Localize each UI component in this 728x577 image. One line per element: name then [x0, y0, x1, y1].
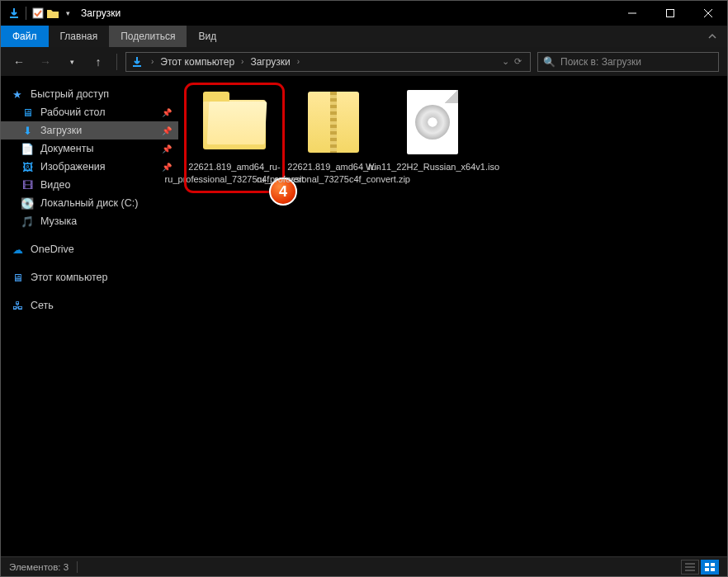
sidebar-item-music[interactable]: 🎵Музыка	[1, 212, 178, 230]
monitor-icon: 🖥	[11, 271, 24, 284]
video-icon: 🎞	[21, 178, 34, 192]
svg-rect-1	[667, 10, 674, 17]
icons-view-button[interactable]	[701, 560, 719, 575]
sidebar-item-label: Изображения	[40, 161, 106, 173]
file-name: Win11_22H2_Russian_x64v1.iso	[366, 161, 499, 173]
window-title: Загрузки	[81, 7, 121, 19]
dropdown-icon[interactable]: ⌄	[502, 56, 509, 67]
svg-rect-0	[33, 8, 43, 18]
sidebar-item-desktop[interactable]: 🖥Рабочий стол📌	[1, 103, 178, 121]
svg-rect-4	[705, 568, 709, 571]
breadcrumb-segment[interactable]: Этот компьютер	[157, 56, 238, 68]
tab-view[interactable]: Вид	[187, 26, 228, 47]
status-item-count: Элементов: 3	[9, 562, 69, 572]
sidebar-label: OneDrive	[31, 244, 74, 255]
cloud-icon: ☁	[11, 243, 24, 256]
checkbox-icon[interactable]	[31, 7, 45, 20]
pin-icon: 📌	[162, 108, 172, 117]
sidebar-onedrive[interactable]: ☁ OneDrive	[1, 240, 178, 258]
svg-rect-2	[705, 563, 709, 566]
sidebar-label: Этот компьютер	[31, 272, 107, 283]
up-button[interactable]: ↑	[88, 52, 108, 72]
disk-icon: 💽	[21, 196, 34, 210]
tab-home[interactable]: Главная	[49, 26, 110, 47]
file-item[interactable]: Win11_22H2_Russian_x64v1.iso	[386, 87, 479, 177]
chevron-right-icon[interactable]: ›	[238, 57, 247, 66]
sidebar-item-label: Загрузки	[40, 125, 82, 136]
separator	[116, 54, 117, 70]
titlebar[interactable]: ▾ Загрузки	[1, 1, 727, 26]
details-view-button[interactable]	[681, 560, 699, 575]
breadcrumb[interactable]: › Этот компьютер › Загрузки › ⌄ ⟳	[125, 52, 531, 72]
tab-file[interactable]: Файл	[1, 26, 49, 47]
content-area: ★ Быстрый доступ 🖥Рабочий стол📌⬇Загрузки…	[1, 77, 727, 556]
sidebar-item-label: Локальный диск (C:)	[40, 197, 138, 209]
quick-access-toolbar: ▾	[7, 7, 74, 20]
music-icon: 🎵	[21, 215, 34, 228]
qat-dropdown-icon[interactable]: ▾	[61, 7, 74, 20]
folder-icon[interactable]	[46, 7, 59, 20]
sidebar: ★ Быстрый доступ 🖥Рабочий стол📌⬇Загрузки…	[1, 77, 178, 556]
sidebar-item-label: Музыка	[40, 215, 77, 227]
pin-icon: 📌	[162, 144, 172, 154]
sidebar-network[interactable]: 🖧 Сеть	[1, 296, 178, 315]
maximize-button[interactable]	[651, 1, 689, 26]
file-item[interactable]: 22621.819_amd64_ru-ru_professional_73275…	[287, 87, 380, 189]
separator	[26, 7, 26, 20]
chevron-right-icon[interactable]: ›	[294, 57, 303, 66]
svg-rect-5	[711, 568, 715, 571]
zip-icon	[308, 92, 359, 153]
folder-icon	[203, 100, 266, 149]
sidebar-label: Сеть	[31, 300, 54, 311]
nav-bar: ← → ▾ ↑ › Этот компьютер › Загрузки › ⌄ …	[1, 47, 727, 77]
search-placeholder: Поиск в: Загрузки	[560, 56, 641, 68]
sidebar-item-label: Видео	[40, 179, 71, 191]
sidebar-item-label: Документы	[40, 143, 93, 154]
file-list[interactable]: 22621.819_amd64_ru-ru_professional_73275…	[178, 77, 727, 556]
desktop-icon: 🖥	[21, 106, 34, 119]
tab-share[interactable]: Поделиться	[109, 26, 187, 47]
chevron-right-icon[interactable]: ›	[148, 57, 157, 66]
window-controls	[613, 1, 727, 26]
iso-icon	[407, 90, 458, 154]
download-icon: ⬇	[21, 124, 34, 137]
sidebar-item-pics[interactable]: 🖼Изображения📌	[1, 158, 178, 176]
minimize-button[interactable]	[613, 1, 651, 26]
back-button[interactable]: ←	[9, 52, 29, 72]
explorer-window: ▾ Загрузки Файл Главная Поделиться Вид ←…	[0, 0, 728, 577]
sidebar-item-label: Рабочий стол	[40, 106, 105, 118]
ribbon: Файл Главная Поделиться Вид	[1, 26, 727, 47]
sidebar-this-pc[interactable]: 🖥 Этот компьютер	[1, 268, 178, 286]
search-input[interactable]: 🔍 Поиск в: Загрузки	[537, 52, 719, 72]
pics-icon: 🖼	[21, 160, 34, 173]
refresh-icon[interactable]: ⟳	[514, 56, 522, 67]
breadcrumb-segment[interactable]: Загрузки	[247, 56, 293, 68]
sidebar-item-download[interactable]: ⬇Загрузки📌	[1, 121, 178, 140]
sidebar-item-disk[interactable]: 💽Локальный диск (C:)	[1, 194, 178, 212]
download-icon	[130, 54, 144, 69]
separator	[77, 561, 78, 573]
ribbon-collapse-icon[interactable]	[697, 26, 727, 47]
star-icon: ★	[11, 87, 24, 101]
docs-icon: 📄	[21, 142, 34, 155]
network-icon: 🖧	[11, 299, 24, 312]
close-button[interactable]	[689, 1, 727, 26]
recent-dropdown-icon[interactable]: ▾	[62, 52, 82, 72]
view-switcher	[681, 560, 719, 575]
search-icon: 🔍	[543, 56, 555, 68]
sidebar-item-video[interactable]: 🎞Видео	[1, 176, 178, 194]
sidebar-quick-access[interactable]: ★ Быстрый доступ	[1, 85, 178, 103]
sidebar-label: Быстрый доступ	[31, 88, 109, 100]
download-icon	[7, 7, 21, 20]
sidebar-item-docs[interactable]: 📄Документы📌	[1, 140, 178, 158]
svg-rect-3	[711, 563, 715, 566]
statusbar: Элементов: 3	[1, 556, 727, 576]
pin-icon: 📌	[162, 126, 172, 135]
forward-button[interactable]: →	[35, 52, 55, 72]
